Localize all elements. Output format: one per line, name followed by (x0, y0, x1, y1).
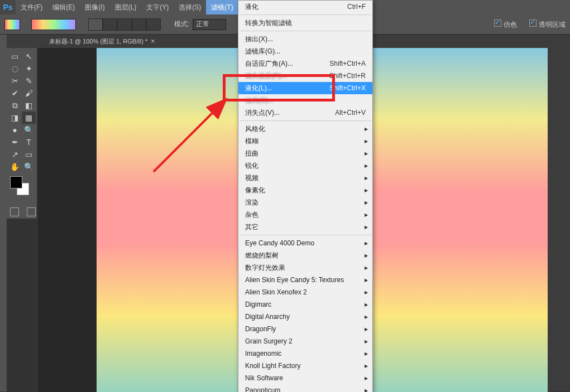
menu-item[interactable]: Digimarc (238, 298, 372, 311)
menu-item[interactable]: Grain Surgery 2 (238, 335, 372, 347)
mode-label: 模式: (174, 20, 189, 29)
menu-item-label: 渲染 (245, 198, 258, 207)
menu-item[interactable]: 杂色 (238, 209, 372, 221)
menu-item[interactable]: Panopticum (238, 384, 372, 392)
menu-item-label: 抽出(X)... (245, 35, 273, 44)
menu-item[interactable]: 风格化 (238, 123, 372, 135)
menu-item[interactable]: 液化(L)...Shift+Ctrl+X (238, 82, 372, 94)
blend-mode-select[interactable]: 正常 (193, 19, 226, 30)
menu-item-label: DragonFly (245, 325, 276, 333)
tool-pen[interactable]: ✒ (8, 136, 22, 148)
menu-file[interactable]: 文件(F) (16, 0, 47, 14)
menu-item-label: Knoll Light Factory (245, 362, 300, 370)
tool-path[interactable]: ↗ (8, 148, 22, 161)
dither-label: 仿色 (504, 21, 517, 28)
menu-item-label: Eye Candy 4000 Demo (245, 239, 314, 247)
menu-item[interactable]: 像素化 (238, 184, 372, 196)
menu-separator (240, 120, 371, 121)
menu-item-label: 镜头校正(R)... (245, 71, 287, 81)
menu-item[interactable]: 消失点(V)...Alt+Ctrl+V (238, 107, 372, 119)
menu-item[interactable]: Knoll Light Factory (238, 360, 372, 372)
menu-item[interactable]: 扭曲 (238, 147, 372, 159)
menu-item[interactable]: DragonFly (238, 323, 372, 335)
transparency-label: 透明区域 (539, 21, 566, 28)
tool-eyedropper[interactable]: ✎ (22, 75, 36, 87)
menu-layer[interactable]: 图层(L) (110, 0, 142, 14)
dither-option[interactable]: 仿色 (494, 20, 517, 30)
menu-item[interactable]: 自适应广角(A)...Shift+Ctrl+A (238, 57, 372, 70)
tool-dodge[interactable]: 🔍 (22, 124, 36, 136)
menu-item-label: 扭曲 (245, 149, 258, 158)
menu-item-label: Grain Surgery 2 (245, 337, 293, 345)
menu-item-label: 燃烧的梨树 (245, 251, 279, 260)
tool-wand[interactable]: ✦ (22, 62, 36, 75)
menu-item[interactable]: Alien Skin Xenofex 2 (238, 286, 372, 298)
document-title: 未标题-1 @ 100% (图层 1, RGB/8) * (49, 35, 147, 48)
close-icon[interactable]: × (151, 35, 155, 48)
gradient-angle[interactable] (117, 18, 132, 31)
menu-item[interactable]: Eye Candy 4000 Demo (238, 237, 372, 249)
transparency-option[interactable]: 透明区域 (529, 20, 566, 30)
tool-stamp[interactable]: ⧉ (8, 99, 22, 112)
gradient-radial[interactable] (103, 18, 117, 31)
menu-item-label: 液化(L)... (245, 84, 272, 93)
tool-gradient[interactable]: ▦ (22, 112, 36, 124)
menu-filter[interactable]: 滤镜(T) (206, 0, 238, 14)
menu-item-label: Panopticum (245, 386, 280, 392)
menu-item[interactable]: 锐化 (238, 159, 372, 172)
tool-hand[interactable]: ✋ (8, 161, 22, 173)
tool-zoom[interactable]: 🔍 (22, 161, 36, 173)
tool-brush[interactable]: 🖌 (22, 87, 36, 99)
tool-move[interactable]: ↖ (22, 50, 36, 62)
menu-edit[interactable]: 编辑(E) (47, 0, 80, 14)
menu-item[interactable]: 其它 (238, 221, 372, 233)
menu-item[interactable]: 液化Ctrl+F (238, 1, 372, 13)
menu-item-shortcut: Shift+Ctrl+R (329, 72, 366, 80)
menu-item[interactable]: Digital Anarchy (238, 311, 372, 323)
gradient-type-group (88, 18, 161, 31)
menu-item[interactable]: 视频 (238, 172, 372, 184)
menu-item[interactable]: 数字灯光效果 (238, 262, 372, 274)
tool-blur[interactable]: ● (8, 124, 22, 136)
menu-item[interactable]: Imagenomic (238, 347, 372, 360)
color-swatches[interactable] (10, 176, 32, 199)
menu-item[interactable]: 转换为智能滤镜 (238, 17, 372, 29)
menu-item[interactable]: 渲染 (238, 196, 372, 209)
dither-checkbox[interactable] (494, 20, 501, 27)
menu-image[interactable]: 图像(I) (80, 0, 109, 14)
menu-type[interactable]: 文字(Y) (141, 0, 174, 14)
gradient-reflected[interactable] (132, 18, 146, 31)
gradient-picker[interactable] (31, 19, 76, 30)
menu-item-label: 自适应广角(A)... (245, 59, 293, 69)
menu-item-label: 模糊 (245, 137, 258, 146)
gradient-linear[interactable] (88, 18, 103, 31)
foreground-color[interactable] (10, 176, 22, 188)
transparency-checkbox[interactable] (529, 20, 537, 27)
menu-item[interactable]: 滤镜库(G)... (238, 45, 372, 57)
tool-preset-picker[interactable] (4, 19, 20, 30)
quick-mask-icon[interactable] (10, 207, 19, 216)
menu-item-shortcut: Alt+Ctrl+V (335, 109, 366, 117)
tool-history-brush[interactable]: ◧ (22, 99, 36, 112)
tool-shape[interactable]: ▭ (22, 148, 36, 161)
document-tab[interactable]: 未标题-1 @ 100% (图层 1, RGB/8) * × (44, 35, 160, 48)
tool-crop[interactable]: ✂ (8, 75, 22, 87)
menu-item-label: Digital Anarchy (245, 313, 290, 321)
menu-item[interactable]: 模糊 (238, 135, 372, 147)
menu-separator (240, 14, 371, 15)
tool-marquee[interactable]: ▭ (8, 50, 22, 62)
menu-item[interactable]: 抽出(X)... (238, 33, 372, 45)
gradient-diamond[interactable] (146, 18, 161, 31)
tool-type[interactable]: T (22, 136, 36, 148)
tool-healing[interactable]: ✔ (8, 87, 22, 99)
tool-lasso[interactable]: ◌ (8, 62, 22, 75)
screen-mode-icon[interactable] (27, 207, 36, 216)
menu-item[interactable]: Alien Skin Eye Candy 5: Textures (238, 274, 372, 286)
tool-eraser[interactable]: ◨ (8, 112, 22, 124)
menu-item[interactable]: 燃烧的梨树 (238, 249, 372, 262)
toolbox: ▭↖ ◌✦ ✂✎ ✔🖌 ⧉◧ ◨▦ ●🔍 ✒T ↗▭ ✋🔍 (7, 48, 37, 219)
menu-item[interactable]: 油画(O)... (238, 94, 372, 107)
menu-select[interactable]: 选择(S) (174, 0, 206, 14)
menu-item[interactable]: 镜头校正(R)...Shift+Ctrl+R (238, 70, 372, 82)
menu-item[interactable]: Nik Software (238, 372, 372, 384)
